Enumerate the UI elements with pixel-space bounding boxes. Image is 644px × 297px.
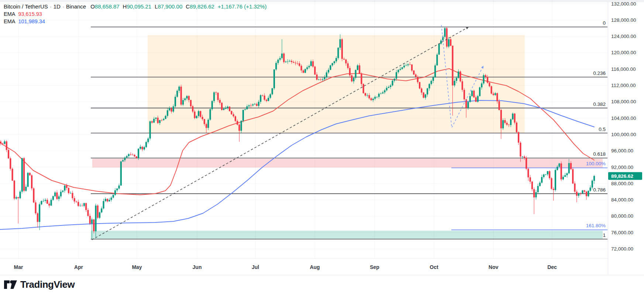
candle-body xyxy=(419,82,420,89)
candle-body xyxy=(512,114,513,119)
candle-body xyxy=(17,197,19,198)
candle-body xyxy=(498,101,500,110)
legend-separator: · xyxy=(62,3,64,10)
fib-level-label-1: 1 xyxy=(603,232,606,238)
candle-body xyxy=(97,206,99,218)
candle-body xyxy=(89,216,91,224)
candle-body xyxy=(402,67,403,69)
price-tick-label: 100,000.00 xyxy=(611,132,636,137)
candle-body xyxy=(184,99,186,100)
candle-body xyxy=(39,204,40,222)
candle-body xyxy=(186,96,187,99)
chart-legend: Bitcoin / TetherUS·1D·BinanceO88,658.87H… xyxy=(4,3,266,25)
support-band-green[interactable] xyxy=(91,231,603,239)
candle-body xyxy=(66,186,68,188)
change-value: +1,167.76 (+1.32%) xyxy=(218,3,267,10)
candle-body xyxy=(138,149,139,158)
price-tick-label: 124,000.00 xyxy=(611,34,636,39)
candle-body xyxy=(477,96,479,101)
candle-body xyxy=(159,120,161,123)
candle-body xyxy=(145,142,147,147)
candle-body xyxy=(510,119,512,125)
candle-body xyxy=(27,173,28,187)
candle-body xyxy=(41,201,42,204)
candle-body xyxy=(209,109,211,120)
candle-body xyxy=(238,125,240,131)
price-tick-label: 96,000.00 xyxy=(611,148,633,153)
candle-body xyxy=(493,94,494,95)
fib-level-label-0.618: 0.618 xyxy=(593,151,606,157)
candle-body xyxy=(110,198,112,200)
ema-slow-legend-row[interactable]: EMA101,989.34 xyxy=(4,18,266,25)
candle-body xyxy=(306,67,308,69)
candle-body xyxy=(6,141,7,150)
candle-body xyxy=(130,154,131,155)
candle-body xyxy=(524,156,525,158)
candle-body xyxy=(93,220,94,231)
candle-body xyxy=(242,110,244,121)
symbol-legend-row[interactable]: Bitcoin / TetherUS·1D·BinanceO88,658.87H… xyxy=(4,3,266,10)
candle-body xyxy=(586,191,587,196)
price-tick-label: 108,000.00 xyxy=(611,99,636,104)
candle-body xyxy=(502,120,504,128)
candle-body xyxy=(2,144,3,144)
fib-level-label-0.786: 0.786 xyxy=(593,187,606,193)
price-axis[interactable]: 132,000.00128,000.00124,000.00120,000.00… xyxy=(608,1,636,275)
candle-body xyxy=(118,186,120,189)
candle-body xyxy=(48,204,50,206)
candle-body xyxy=(537,186,539,192)
candle-body xyxy=(207,120,209,128)
candle-body xyxy=(471,91,473,96)
candle-body xyxy=(200,111,201,117)
candle-body xyxy=(425,94,426,98)
candle-body xyxy=(407,64,409,65)
candle-body xyxy=(582,190,583,193)
candle-body xyxy=(334,61,335,63)
fib-extension-lines[interactable]: 100.00%161.80% xyxy=(451,161,607,230)
candle-body xyxy=(363,84,364,93)
candle-body xyxy=(490,86,492,94)
candle-body xyxy=(332,63,333,65)
fib-level-label-0.382: 0.382 xyxy=(593,101,606,107)
interval-label[interactable]: 1D xyxy=(54,3,61,10)
candle-body xyxy=(593,176,595,181)
candle-body xyxy=(427,89,428,95)
tradingview-logo[interactable]: TradingView xyxy=(4,279,75,290)
candle-body xyxy=(314,67,316,75)
candle-body xyxy=(52,196,54,200)
candle-body xyxy=(4,141,5,144)
candle-body xyxy=(351,75,352,81)
exchange-label[interactable]: Binance xyxy=(66,3,86,10)
candle-body xyxy=(295,63,296,63)
candle-body xyxy=(74,198,75,201)
candle-body xyxy=(487,77,488,83)
candle-body xyxy=(359,65,360,73)
candle-body xyxy=(204,119,205,124)
candle-body xyxy=(433,77,434,81)
candle-body xyxy=(320,79,321,80)
candle-body xyxy=(297,63,298,63)
low-value: 87,900.00 xyxy=(158,3,183,10)
symbol-title[interactable]: Bitcoin / TetherUS xyxy=(4,3,48,10)
price-tick-label: 104,000.00 xyxy=(611,115,636,121)
consolidation-box-orange[interactable] xyxy=(148,35,525,133)
candle-body xyxy=(483,75,484,83)
ema-fast-legend-row[interactable]: EMA93,615.93 xyxy=(4,11,266,18)
candle-body xyxy=(299,63,300,66)
candle-body xyxy=(254,104,255,104)
candle-body xyxy=(558,163,560,167)
fib-level-label-0.236: 0.236 xyxy=(593,70,606,76)
candle-body xyxy=(489,83,490,86)
candle-body xyxy=(19,191,21,198)
candle-body xyxy=(273,69,275,88)
candle-body xyxy=(151,121,153,122)
time-axis[interactable]: MarAprMayJunJulAugSepOctNovDec xyxy=(0,259,608,270)
price-tick-label: 92,000.00 xyxy=(611,165,633,170)
price-tick-label: 128,000.00 xyxy=(611,17,636,23)
candle-body xyxy=(518,132,519,142)
candle-body xyxy=(244,109,246,110)
candle-body xyxy=(132,155,133,155)
candle-body xyxy=(91,220,93,224)
candle-body xyxy=(469,96,471,102)
chart-pane[interactable]: 00.2360.3820.50.6180.7861100.00%161.80%1… xyxy=(0,0,644,297)
